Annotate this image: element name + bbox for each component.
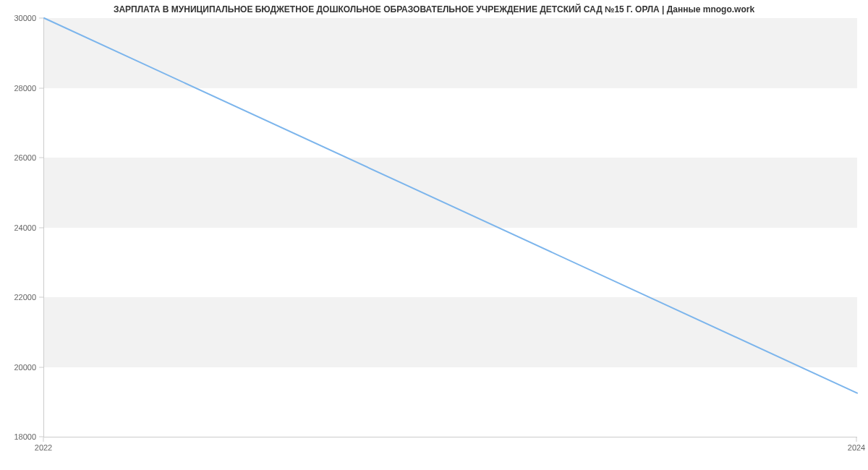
line-layer: [44, 18, 857, 437]
x-tick-label: 2022: [35, 443, 52, 452]
y-tick-label: 30000: [14, 14, 36, 22]
y-tick-label: 26000: [14, 153, 36, 162]
chart-title: ЗАРПЛАТА В МУНИЦИПАЛЬНОЕ БЮДЖЕТНОЕ ДОШКО…: [0, 4, 868, 14]
series-line: [44, 18, 857, 393]
y-tick-label: 22000: [14, 293, 36, 302]
y-axis: 18000200002200024000260002800030000: [0, 18, 43, 437]
y-tick-label: 18000: [14, 432, 36, 441]
x-tick-mark: [856, 437, 857, 442]
y-tick-label: 28000: [14, 84, 36, 93]
x-tick-mark: [43, 437, 44, 442]
plot-area: [43, 18, 857, 437]
chart-container: ЗАРПЛАТА В МУНИЦИПАЛЬНОЕ БЮДЖЕТНОЕ ДОШКО…: [0, 0, 868, 470]
x-tick-label: 2024: [848, 443, 865, 452]
y-tick-label: 24000: [14, 223, 36, 232]
x-axis: 20222024: [43, 437, 857, 459]
y-tick-label: 20000: [14, 363, 36, 372]
